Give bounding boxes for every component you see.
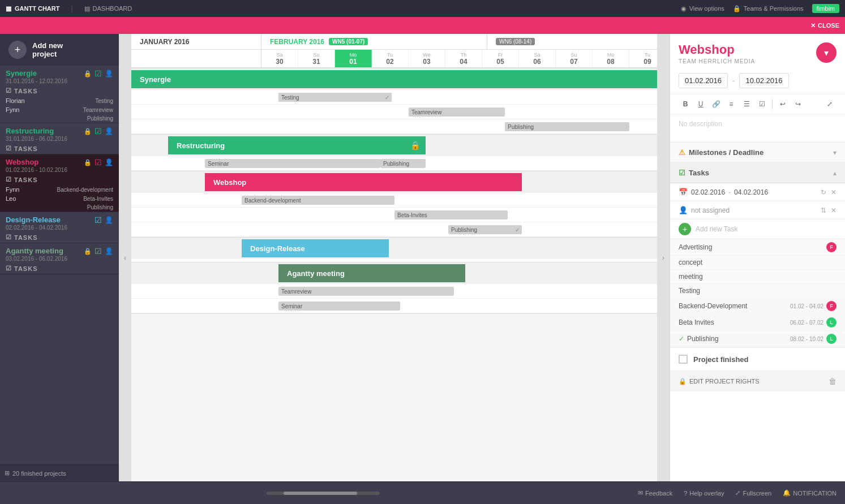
project-finished-checkbox[interactable] xyxy=(679,355,688,364)
project-webshop-name[interactable]: Webshop xyxy=(6,158,67,166)
link-button[interactable]: 🔗 xyxy=(709,97,723,111)
user-badge[interactable]: fimbim xyxy=(812,4,839,13)
expand-button[interactable]: ⤢ xyxy=(823,97,837,111)
day-tu-09: Tu 09 xyxy=(629,50,657,67)
task-bar-publishing-webshop[interactable]: Publishing ✓ xyxy=(448,225,522,234)
bar-agantty[interactable]: Agantty meeting xyxy=(278,264,465,282)
tasks-row-synergie[interactable]: ☑ TASKS xyxy=(0,85,119,96)
checklist-button[interactable]: ☑ xyxy=(755,97,769,111)
design-tasks-empty xyxy=(131,259,657,262)
task-bar-testing[interactable]: Testing ✓ xyxy=(278,93,392,102)
day-sa-06: Sa 06 xyxy=(519,50,556,67)
bar-restructuring[interactable]: Restructuring 🔒 xyxy=(168,136,426,154)
task-bar-publishing-synergie[interactable]: Publishing xyxy=(505,122,629,131)
project-agantty-name[interactable]: Agantty meeting xyxy=(6,247,67,255)
rp-chevron-button[interactable]: ▾ xyxy=(816,42,837,63)
help-overlay-button[interactable]: ? Help overlay xyxy=(684,490,724,497)
gantt-scrollbar-thumb[interactable] xyxy=(284,492,357,495)
assignee-change-icon[interactable]: ⇅ xyxy=(821,206,826,214)
add-project-icon: + xyxy=(8,41,27,59)
task-bar-seminar-agantty[interactable]: Seminar xyxy=(278,301,400,311)
add-project-button[interactable]: + Add new project xyxy=(0,34,119,66)
rp-toolbar: B U 🔗 ≡ ☰ ☑ ↩ ↪ ⤢ xyxy=(670,94,845,114)
redo-button[interactable]: ↪ xyxy=(791,97,805,111)
day-su-07: Su 07 xyxy=(556,50,593,67)
tasks-row-design[interactable]: ☑ TASKS xyxy=(0,232,119,243)
tasks-section-header[interactable]: ☑ Tasks ▴ xyxy=(670,163,845,183)
project-restructuring-dates: 31.01.2016 - 06.02.2016 xyxy=(6,136,67,142)
dashboard-link[interactable]: ▤ DASHBOARD xyxy=(84,5,132,12)
projects-icon: ⊞ xyxy=(5,469,10,477)
assignee-close-icon[interactable]: ✕ xyxy=(831,206,837,214)
top-bar: ▦ GANTT CHART | ▤ DASHBOARD ◉ View optio… xyxy=(0,0,845,17)
edit-rights-button[interactable]: 🔒 EDIT PROJECT RIGHTS xyxy=(679,378,760,385)
close-button[interactable]: ✕ CLOSE xyxy=(810,22,839,29)
underline-button[interactable]: U xyxy=(694,97,707,111)
task-date-close-icon[interactable]: ✕ xyxy=(831,188,837,196)
day-we-03: We 03 xyxy=(409,50,445,67)
teams-permissions-btn[interactable]: 🔒 Teams & Permissions xyxy=(733,5,804,12)
warning-icon: ⚠ xyxy=(679,148,685,157)
task-date-refresh-icon[interactable]: ↻ xyxy=(821,188,826,196)
day-fr-05: Fr 05 xyxy=(482,50,519,67)
project-webshop-dates: 01.02.2016 - 10.02.2016 xyxy=(6,167,67,173)
feedback-button[interactable]: ✉ Feedback xyxy=(638,489,672,497)
milestones-chevron: ▾ xyxy=(833,149,837,157)
task-member-publishing-webshop: Publishing xyxy=(0,203,119,212)
task-bar-teamreview[interactable]: Teamreview xyxy=(409,107,505,117)
task-bar-teamreview-agantty[interactable]: Teamreview xyxy=(278,287,454,296)
tasks-row-agantty[interactable]: ☑ TASKS xyxy=(0,263,119,274)
gantt-row-synergie: Synergie Testing ✓ xyxy=(131,68,657,135)
delete-project-button[interactable]: 🗑 xyxy=(829,377,837,386)
project-synergie-dates: 31.01.2016 - 12.02.2016 xyxy=(6,78,67,84)
fullscreen-button[interactable]: ⤢ Fullscreen xyxy=(735,489,771,497)
tasks-row-restructuring[interactable]: ☑ TASKS xyxy=(0,143,119,154)
checkbox-webshop: ☑ xyxy=(95,158,102,167)
lock-icon-webshop: 🔒 xyxy=(84,159,92,166)
gantt-tr-beta: Beta-Invites xyxy=(131,208,657,222)
day-su-31: Su 31 xyxy=(298,50,334,67)
notification-button[interactable]: 🔔 NOTIFICATION xyxy=(783,489,837,497)
project-synergie-name[interactable]: Synergie xyxy=(6,69,67,77)
milestones-section[interactable]: ⚠ Milestones / Deadline ▾ xyxy=(670,143,845,163)
task-bar-beta[interactable]: Beta-Invites xyxy=(394,210,508,219)
avatar-advertising: F xyxy=(826,242,837,252)
task-item-beta: Beta Invites 06.02 - 07.02 L xyxy=(670,315,845,331)
gantt-scrollbar[interactable] xyxy=(267,492,380,495)
undo-button[interactable]: ↩ xyxy=(776,97,790,111)
tasks-icon-restructuring: ☑ xyxy=(6,145,11,152)
rp-description[interactable]: No description xyxy=(670,114,845,143)
gantt-nav-left[interactable]: ‹ xyxy=(119,34,131,481)
jan-days: Sa 30 Su 31 xyxy=(261,50,335,67)
rp-date-end[interactable]: 10.02.2016 xyxy=(739,73,788,88)
sidebar: + Add new project Synergie 31.01.2016 - … xyxy=(0,34,119,481)
bar-webshop[interactable]: Webshop xyxy=(205,173,522,191)
bar-design[interactable]: Design-Release xyxy=(242,239,389,257)
add-task-button[interactable]: + xyxy=(679,223,691,235)
month-february: FEBRUARY 2016 WN5 (01-07) xyxy=(261,34,487,49)
user-icon-design: 👤 xyxy=(105,216,113,224)
project-finished-row: Project finished xyxy=(670,347,845,371)
task-bar-seminar[interactable]: Seminar xyxy=(205,159,380,168)
ol-button[interactable]: ≡ xyxy=(724,97,738,111)
task-bar-backend[interactable]: Backend-development xyxy=(242,196,394,205)
bar-synergie[interactable]: Synergie xyxy=(131,70,657,88)
rp-date-start[interactable]: 01.02.2016 xyxy=(679,73,728,88)
gantt-tr-seminar: Seminar Publishing xyxy=(131,156,657,171)
ul-button[interactable]: ☰ xyxy=(740,97,753,111)
gantt-nav-right[interactable]: › xyxy=(657,34,670,481)
view-options-btn[interactable]: ◉ View options xyxy=(681,5,724,12)
tasks-row-webshop[interactable]: ☑ TASKS xyxy=(0,174,119,185)
add-task-input[interactable] xyxy=(696,225,837,233)
day-mo-08: Mo 08 xyxy=(593,50,629,67)
gantt-icon: ▦ xyxy=(6,5,11,12)
project-restructuring-name[interactable]: Restructuring xyxy=(6,127,67,135)
day-sa-30: Sa 30 xyxy=(261,50,298,67)
lock-icon-agantty: 🔒 xyxy=(84,248,92,255)
task-item-concept: concept xyxy=(670,256,845,270)
add-task-row: + xyxy=(670,219,845,239)
close-bar: ✕ CLOSE xyxy=(0,17,845,34)
task-bar-publishing-restr[interactable]: Publishing xyxy=(380,159,426,168)
project-design-name[interactable]: Design-Release xyxy=(6,216,67,224)
bold-button[interactable]: B xyxy=(679,97,692,111)
